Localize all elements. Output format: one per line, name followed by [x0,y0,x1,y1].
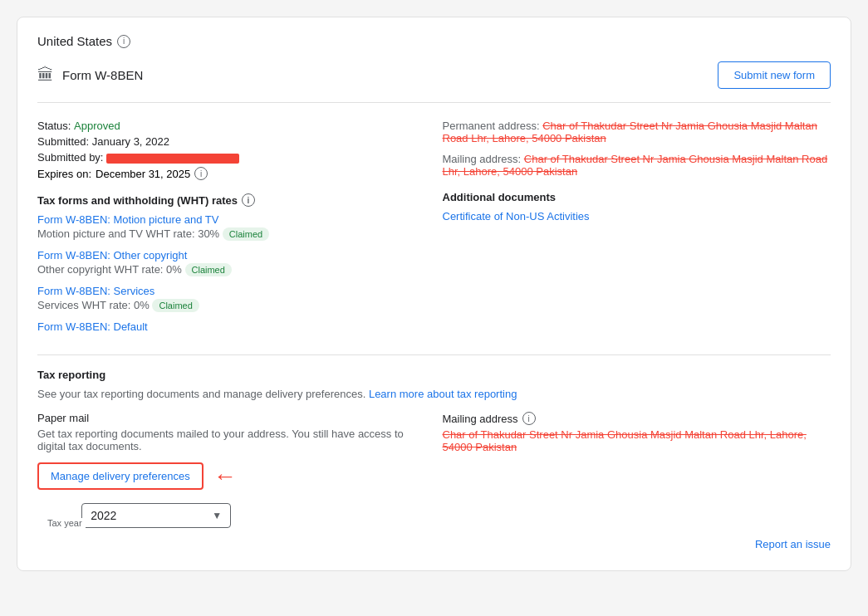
permanent-address-row: Permanent address: Char of Thakudar Stre… [443,120,831,144]
arrow-left-icon: ← [213,465,237,488]
badge-1: Claimed [185,263,232,276]
tax-forms-heading: Tax forms and withholding (WHT) rates i [37,193,426,207]
section-divider [37,354,831,355]
certificate-link[interactable]: Certificate of Non-US Activities [443,210,590,222]
learn-more-link[interactable]: Learn more about tax reporting [369,388,517,400]
mailing-address-label: Mailing address: [443,153,522,165]
submitted-by-label: Submitted by: [37,151,104,164]
tax-year-label: Tax year [44,518,86,528]
country-row: United States i [37,34,831,48]
status-label: Status: [37,120,71,132]
mailing-address-row: Mailing address: Char of Thakudar Street… [443,153,831,178]
manage-delivery-preferences-button[interactable]: Manage delivery preferences [37,462,204,490]
badge-0: Claimed [223,227,269,241]
submitted-by-redacted [106,154,239,164]
form-w8ben-default-link[interactable]: Form W-8BEN: Default [37,320,148,333]
form-title-row: 🏛 Form W-8BEN [37,66,143,85]
submitted-by-row: Submitted by: [37,151,426,164]
tax-reporting-desc: See your tax reporting documents and man… [37,388,831,400]
right-column: Permanent address: Char of Thakudar Stre… [443,120,831,341]
paper-mail-desc: Get tax reporting documents mailed to yo… [37,428,426,452]
expires-label: Expires on: [37,168,91,180]
additional-docs-heading: Additional documents [443,191,831,203]
tax-year-select[interactable]: 2022 ▼ [81,503,231,528]
tax-year-value: 2022 [91,509,205,522]
form-title: Form W-8BEN [62,68,143,82]
mailing-address-section-value: Char of Thakudar Street Nr Jamia Ghousia… [443,428,831,453]
country-info-icon[interactable]: i [117,35,130,48]
mailing-address-info-icon[interactable]: i [522,412,536,425]
forms-list: Form W-8BEN: Motion picture and TV Motio… [37,213,426,333]
form-row-1: Form W-8BEN: Other copyright Other copyr… [37,249,426,276]
expires-info-icon[interactable]: i [194,167,208,180]
form-w8ben-copyright-link[interactable]: Form W-8BEN: Other copyright [37,249,187,262]
form-link-3: Form W-8BEN: Default [37,320,426,333]
expires-row: Expires on: December 31, 2025 i [37,167,426,180]
submitted-date: January 3, 2022 [92,135,169,148]
paper-mail-col: Paper mail Get tax reporting documents m… [37,412,426,490]
form-w8ben-motion-link[interactable]: Form W-8BEN: Motion picture and TV [37,213,218,226]
mailing-address-section-redacted: Char of Thakudar Street Nr Jamia Ghousia… [443,428,807,453]
submitted-label: Submitted: [37,135,89,148]
form-row-2: Form W-8BEN: Services Services WHT rate:… [37,285,426,312]
submitted-date-row: Submitted: January 3, 2022 [37,135,426,148]
expires-date: December 31, 2025 [96,168,190,180]
tax-reporting-heading: Tax reporting [37,369,831,381]
report-issue-link[interactable]: Report an issue [755,538,831,550]
permanent-address-label: Permanent address: [443,120,540,132]
form-header: 🏛 Form W-8BEN Submit new form [37,61,831,103]
report-issue-row: Report an issue [37,538,831,550]
main-content: Status: Approved Submitted: January 3, 2… [37,120,831,341]
tax-forms-info-icon[interactable]: i [242,193,255,207]
form-link-1: Form W-8BEN: Other copyright [37,249,426,262]
tax-reporting-section: Tax reporting See your tax reporting doc… [37,369,831,490]
status-row: Status: Approved [37,120,426,132]
badge-2: Claimed [152,299,199,312]
form-icon: 🏛 [37,66,54,85]
left-column: Status: Approved Submitted: January 3, 2… [37,120,426,341]
chevron-down-icon: ▼ [212,510,222,521]
status-value: Approved [74,120,120,132]
mailing-address-section-label-row: Mailing address i [443,412,831,425]
country-name: United States [37,34,112,48]
delivery-two-col: Paper mail Get tax reporting documents m… [37,412,831,490]
form-link-0: Form W-8BEN: Motion picture and TV [37,213,426,226]
form-row-3: Form W-8BEN: Default [37,320,426,333]
form-row-0: Form W-8BEN: Motion picture and TV Motio… [37,213,426,241]
wht-line-0: Motion picture and TV WHT rate: 30% Clai… [37,227,426,241]
form-link-2: Form W-8BEN: Services [37,285,426,297]
mailing-address-section-label: Mailing address [443,413,518,425]
tax-year-section: Tax year 2022 ▼ [37,503,831,528]
manage-btn-wrapper: Manage delivery preferences ← [37,462,237,490]
tax-year-container: Tax year 2022 ▼ [37,503,231,528]
mailing-address-col: Mailing address i Char of Thakudar Stree… [443,412,831,490]
wht-line-2: Services WHT rate: 0% Claimed [37,299,426,312]
additional-docs-section: Additional documents Certificate of Non-… [443,191,831,222]
submit-new-form-button[interactable]: Submit new form [718,61,831,89]
main-card: United States i 🏛 Form W-8BEN Submit new… [17,17,851,571]
paper-mail-label: Paper mail [37,412,426,424]
wht-line-1: Other copyright WHT rate: 0% Claimed [37,263,426,276]
form-w8ben-services-link[interactable]: Form W-8BEN: Services [37,285,154,297]
